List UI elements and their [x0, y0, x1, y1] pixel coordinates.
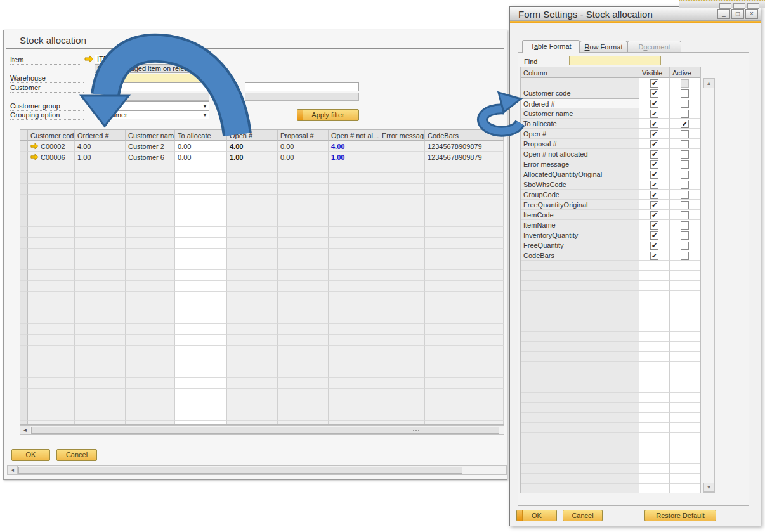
dialog-cancel-button[interactable]: Cancel: [563, 510, 603, 521]
list-item[interactable]: To allocate✔✔: [521, 119, 700, 129]
list-item[interactable]: Ordered #✔: [521, 98, 700, 108]
column-name-cell[interactable]: To allocate: [521, 119, 639, 129]
list-item[interactable]: ✔: [521, 78, 700, 88]
active-cell[interactable]: [670, 210, 700, 220]
list-item-empty[interactable]: [521, 484, 700, 493]
table-row-empty[interactable]: [20, 195, 504, 205]
active-checkbox[interactable]: [681, 242, 689, 250]
active-cell[interactable]: [670, 240, 700, 250]
column-name-cell[interactable]: ItemName: [521, 220, 639, 230]
link-arrow-icon[interactable]: [30, 153, 39, 160]
table-row-empty[interactable]: [20, 367, 504, 378]
list-item[interactable]: Open # not allocated✔: [521, 149, 700, 159]
visible-cell[interactable]: ✔: [639, 78, 670, 88]
row-selector[interactable]: [20, 152, 28, 162]
visible-cell[interactable]: ✔: [639, 169, 670, 179]
table-cell-customer_name[interactable]: Customer 2: [126, 141, 175, 152]
table-row-empty[interactable]: [20, 389, 504, 399]
visible-cell[interactable]: ✔: [639, 200, 670, 210]
active-cell[interactable]: [670, 78, 700, 88]
table-row-empty[interactable]: [20, 378, 504, 389]
visible-checkbox[interactable]: ✔: [650, 221, 658, 230]
list-item[interactable]: Customer code✔: [521, 88, 700, 98]
list-item[interactable]: AllocatedQuantityOriginal✔: [521, 169, 700, 179]
visible-checkbox[interactable]: ✔: [650, 201, 658, 209]
list-item-empty[interactable]: [521, 281, 700, 291]
column-header[interactable]: Open #: [227, 130, 278, 141]
column-name-cell[interactable]: FreeQuantity: [521, 240, 639, 250]
active-cell[interactable]: [670, 139, 700, 149]
table-row-empty[interactable]: [20, 313, 504, 324]
column-header[interactable]: Open # not al...: [329, 130, 379, 141]
tab-row-format[interactable]: Row Format: [580, 41, 627, 52]
table-cell-codebars[interactable]: 12345678909879: [425, 141, 504, 152]
table-cell-proposal[interactable]: 0.00: [278, 152, 329, 162]
tab-document[interactable]: Document: [627, 41, 681, 52]
visible-cell[interactable]: ✔: [639, 250, 670, 261]
column-header[interactable]: To allocate: [175, 130, 227, 141]
scrollbar-thumb[interactable]: [18, 467, 462, 474]
column-name-cell[interactable]: Ordered #: [521, 98, 639, 108]
list-item-empty[interactable]: [521, 443, 700, 453]
list-item[interactable]: FreeQuantityOriginal✔: [521, 200, 700, 210]
table-row[interactable]: C000061.00Customer 60.001.000.001.001234…: [20, 152, 504, 162]
visible-cell[interactable]: ✔: [639, 98, 670, 108]
active-checkbox[interactable]: [681, 130, 689, 138]
table-row-empty[interactable]: [20, 205, 504, 216]
tab-table-format[interactable]: Table Format: [522, 40, 580, 53]
active-cell[interactable]: [670, 98, 700, 108]
visible-checkbox[interactable]: ✔: [650, 231, 658, 240]
visible-cell[interactable]: ✔: [639, 159, 670, 169]
active-checkbox[interactable]: [681, 89, 689, 98]
list-header-row[interactable]: ColumnVisibleActive: [521, 67, 700, 78]
scrollbar-thumb[interactable]: [31, 427, 499, 434]
visible-cell[interactable]: ✔: [639, 240, 670, 250]
column-header[interactable]: Customer code: [28, 130, 75, 141]
table-row-empty[interactable]: [20, 238, 504, 249]
list-item-empty[interactable]: [521, 301, 700, 311]
active-cell[interactable]: [670, 129, 700, 139]
list-item[interactable]: Error message✔: [521, 159, 700, 169]
table-cell-open[interactable]: 4.00: [227, 141, 278, 152]
list-item-empty[interactable]: [521, 433, 700, 443]
list-item-empty[interactable]: [521, 291, 700, 301]
table-row-empty[interactable]: [20, 259, 504, 270]
list-item-empty[interactable]: [521, 321, 700, 332]
scroll-left-icon[interactable]: ◄: [20, 426, 30, 434]
table-row-empty[interactable]: [20, 302, 504, 313]
active-checkbox[interactable]: [681, 211, 689, 219]
column-header[interactable]: Customer name: [126, 130, 175, 141]
active-checkbox[interactable]: [681, 140, 689, 148]
table-row-empty[interactable]: [20, 227, 504, 238]
list-item-empty[interactable]: [521, 423, 700, 433]
list-item-empty[interactable]: [521, 332, 700, 342]
table-cell-error_message[interactable]: [379, 141, 425, 152]
visible-checkbox[interactable]: ✔: [650, 160, 658, 169]
active-cell[interactable]: [670, 159, 700, 169]
table-row-empty[interactable]: [20, 335, 504, 346]
find-input[interactable]: [569, 56, 661, 65]
column-name-cell[interactable]: CodeBars: [521, 250, 639, 261]
list-v-scrollbar[interactable]: ▲ ▼: [703, 78, 715, 493]
list-item-empty[interactable]: [521, 403, 700, 413]
list-item[interactable]: CodeBars✔: [521, 250, 700, 261]
dialog-titlebar[interactable]: Form Settings - Stock allocation _ □ ×: [510, 7, 761, 21]
active-checkbox[interactable]: ✔: [681, 120, 689, 128]
visible-cell[interactable]: ✔: [639, 108, 670, 119]
table-cell-error_message[interactable]: [379, 152, 425, 162]
list-item-empty[interactable]: [521, 271, 700, 281]
table-row-empty[interactable]: [20, 399, 504, 410]
list-item[interactable]: InventoryQuantity✔: [521, 230, 700, 240]
column-name-cell[interactable]: ItemCode: [521, 210, 639, 220]
table-row-empty[interactable]: [20, 281, 504, 292]
table-cell-codebars[interactable]: 12345678909879: [425, 152, 504, 162]
active-cell[interactable]: ✔: [670, 119, 700, 129]
restore-default-button[interactable]: Restore Default: [644, 510, 716, 521]
active-checkbox[interactable]: [681, 100, 689, 108]
active-cell[interactable]: [670, 220, 700, 230]
visible-cell[interactable]: ✔: [639, 210, 670, 220]
visible-checkbox[interactable]: ✔: [650, 181, 658, 189]
table-cell-customer_code[interactable]: C00006: [28, 152, 75, 162]
table-cell-open_not_allocated[interactable]: 1.00: [329, 152, 379, 162]
visible-checkbox[interactable]: ✔: [650, 120, 658, 128]
